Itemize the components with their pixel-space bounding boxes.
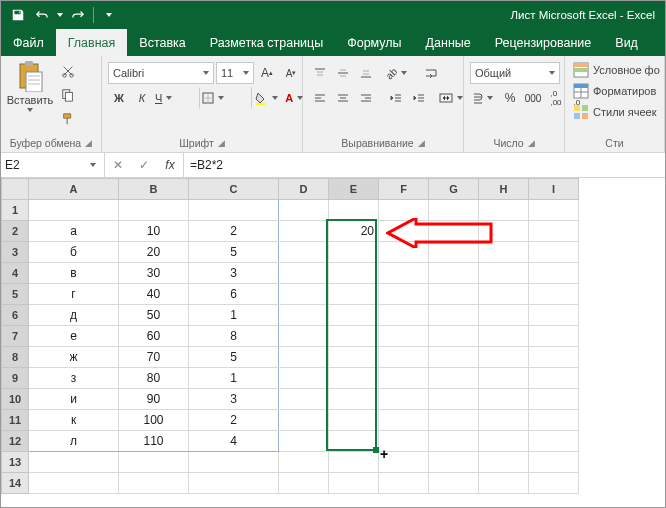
cell[interactable]: а (29, 221, 119, 242)
row-header[interactable]: 7 (2, 326, 29, 347)
cell[interactable] (479, 305, 529, 326)
cell[interactable]: д (29, 305, 119, 326)
cell[interactable] (429, 326, 479, 347)
row-header[interactable]: 12 (2, 431, 29, 452)
wrap-text-button[interactable] (420, 62, 442, 84)
align-middle-button[interactable] (332, 62, 354, 84)
cell[interactable] (329, 242, 379, 263)
cell[interactable] (379, 431, 429, 452)
cell[interactable]: 70 (119, 347, 189, 368)
cell[interactable]: к (29, 410, 119, 431)
cell[interactable]: 10 (119, 221, 189, 242)
cell[interactable]: Количество (189, 200, 279, 221)
cell[interactable] (429, 200, 479, 221)
cell[interactable] (429, 221, 479, 242)
cell[interactable] (119, 452, 189, 473)
row-header[interactable]: 13 (2, 452, 29, 473)
cell[interactable] (329, 473, 379, 494)
cell[interactable] (329, 389, 379, 410)
font-launcher-icon[interactable]: ◢ (218, 135, 225, 151)
cell[interactable] (529, 221, 579, 242)
row-header[interactable]: 9 (2, 368, 29, 389)
cell[interactable] (529, 200, 579, 221)
col-header-f[interactable]: F (379, 179, 429, 200)
cell[interactable] (279, 431, 329, 452)
formula-input[interactable]: =B2*2 (184, 153, 665, 177)
cell[interactable] (329, 431, 379, 452)
cell[interactable] (379, 347, 429, 368)
cell[interactable]: г (29, 284, 119, 305)
cell[interactable] (379, 389, 429, 410)
cell[interactable] (279, 284, 329, 305)
name-box[interactable]: E2 (1, 153, 105, 177)
cell[interactable] (379, 326, 429, 347)
cell[interactable]: 90 (119, 389, 189, 410)
cell[interactable] (529, 452, 579, 473)
cell[interactable]: з (29, 368, 119, 389)
row-header[interactable]: 14 (2, 473, 29, 494)
cell[interactable] (119, 473, 189, 494)
cell[interactable]: 50 (119, 305, 189, 326)
cell[interactable] (329, 200, 379, 221)
tab-view[interactable]: Вид (603, 29, 650, 56)
number-format-dropdown[interactable]: Общий (470, 62, 560, 84)
cell[interactable] (279, 242, 329, 263)
row-header[interactable]: 6 (2, 305, 29, 326)
tab-formulas[interactable]: Формулы (335, 29, 413, 56)
cell[interactable]: 1 (189, 368, 279, 389)
currency-button[interactable] (470, 87, 498, 109)
cell[interactable] (529, 431, 579, 452)
col-header-i[interactable]: I (529, 179, 579, 200)
cell[interactable] (429, 368, 479, 389)
cell[interactable] (29, 473, 119, 494)
cell[interactable] (479, 431, 529, 452)
row-header[interactable]: 2 (2, 221, 29, 242)
align-right-button[interactable] (355, 87, 377, 109)
tab-file[interactable]: Файл (1, 29, 56, 56)
enter-formula-button[interactable]: ✓ (131, 158, 157, 172)
thousands-button[interactable]: 000 (522, 87, 544, 109)
cell[interactable]: 3 (189, 389, 279, 410)
cell[interactable] (479, 368, 529, 389)
cell[interactable]: 2 (189, 221, 279, 242)
cell[interactable] (479, 221, 529, 242)
cell[interactable] (479, 473, 529, 494)
row-header[interactable]: 1 (2, 200, 29, 221)
underline-button[interactable]: Ч (154, 87, 177, 109)
worksheet-grid[interactable]: A B C D E F G H I 1 Продукты Цена Количе… (1, 178, 665, 508)
cell[interactable] (329, 410, 379, 431)
tab-data[interactable]: Данные (414, 29, 483, 56)
cell[interactable]: 5 (189, 347, 279, 368)
cell[interactable] (479, 263, 529, 284)
cell[interactable] (479, 452, 529, 473)
cell[interactable]: 30 (119, 263, 189, 284)
format-painter-button[interactable] (57, 108, 79, 130)
redo-icon[interactable] (67, 4, 89, 26)
cancel-formula-button[interactable]: ✕ (105, 158, 131, 172)
cell[interactable] (329, 326, 379, 347)
cell[interactable]: и (29, 389, 119, 410)
copy-button[interactable] (57, 84, 79, 106)
align-left-button[interactable] (309, 87, 331, 109)
cell[interactable]: 80 (119, 368, 189, 389)
paste-button[interactable]: Вставить (7, 60, 53, 112)
cell[interactable] (279, 326, 329, 347)
cell[interactable] (429, 389, 479, 410)
cell[interactable] (279, 368, 329, 389)
format-as-table-button[interactable]: Форматиров (571, 81, 658, 101)
cell[interactable] (189, 473, 279, 494)
cell[interactable]: в (29, 263, 119, 284)
cell-styles-button[interactable]: Стили ячеек (571, 102, 658, 122)
cell[interactable] (329, 347, 379, 368)
cell[interactable] (529, 242, 579, 263)
cell[interactable]: 40 (119, 284, 189, 305)
cell[interactable]: 60 (119, 326, 189, 347)
cell[interactable] (529, 389, 579, 410)
cell[interactable]: Цена (119, 200, 189, 221)
cell[interactable]: 110 (119, 431, 189, 452)
grow-font-button[interactable]: A▴ (256, 62, 278, 84)
cell[interactable] (379, 473, 429, 494)
cell[interactable] (529, 326, 579, 347)
font-name-dropdown[interactable]: Calibri (108, 62, 214, 84)
cell[interactable]: 100 (119, 410, 189, 431)
